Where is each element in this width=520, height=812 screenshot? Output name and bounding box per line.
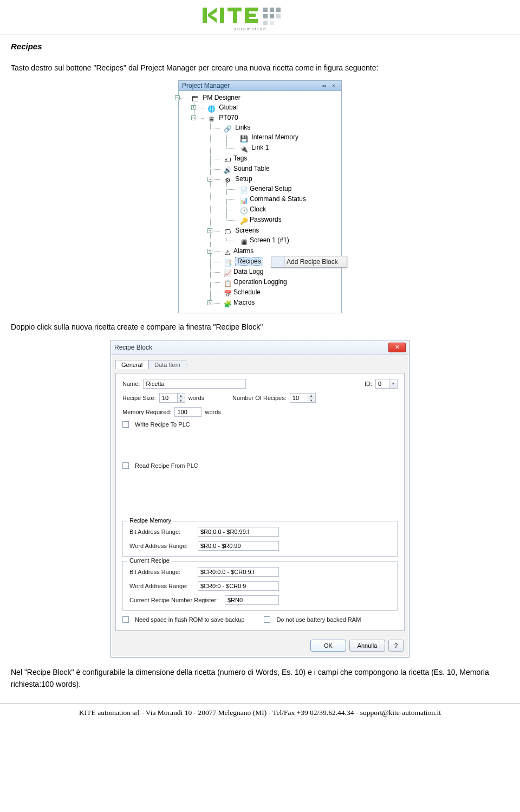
tree-item-links[interactable]: 🔗 Links 💾 Internal Memory 🔌 [216,123,339,154]
gear-icon: ⚙ [223,177,232,184]
cur-reg-input[interactable] [225,595,279,605]
num-recipes-stepper[interactable]: ▴▾ [290,393,316,403]
page-footer: KITE automation srl - Via Morandi 10 - 2… [0,708,520,717]
ok-button[interactable]: OK [310,640,346,652]
tree-item-global[interactable]: + 🌐 Global [199,103,339,113]
tree-item-schedule[interactable]: 📅Schedule [216,288,339,298]
expander-icon[interactable]: − [207,177,212,182]
tree-item-pt070[interactable]: − 🖥 PT070 🔗 Links 💾 Internal Memory [199,113,339,309]
rm-bit-input[interactable] [198,527,279,537]
tree-item-macros[interactable]: +🧩Macros [216,298,339,308]
chevron-down-icon[interactable]: ▾ [389,379,398,389]
group-title: Current Recipe [127,557,172,564]
cr-word-input[interactable] [198,581,279,591]
tab-general[interactable]: General [115,360,148,369]
expander-icon[interactable]: − [175,95,180,100]
label-read-plc: Read Recipe From PLC [135,462,198,469]
label-words-1: words [188,395,204,401]
key-icon: 🔑 [239,217,248,225]
dialog-title: Recipe Block [114,344,388,351]
tag-icon: 🏷 [223,156,232,164]
tree-item-passwords[interactable]: 🔑Passwords [232,215,339,225]
tree-item-data-log[interactable]: 📈Data Logg [216,267,339,278]
tree-item-setup[interactable]: − ⚙ Setup 📄General Setup 📊Command & Stat… [216,175,339,226]
context-menu[interactable]: Add Recipe Block [271,256,347,268]
rm-word-input[interactable] [198,541,279,551]
id-input[interactable] [375,379,389,389]
link-icon: 🔌 [239,145,248,153]
pin-icon[interactable]: ⇴ [320,82,328,89]
paragraph-1: Tasto destro sul bottone "Recipes" dal P… [11,62,509,74]
spin-down-icon[interactable]: ▾ [178,398,185,403]
recipe-size-stepper[interactable]: ▴▾ [159,393,185,403]
help-button[interactable]: ? [388,640,404,652]
section-title: Recipes [11,42,509,51]
recipe-block-dialog: Recipe Block ✕ GeneralData Item Name: ID… [110,340,410,658]
no-battery-checkbox[interactable] [264,616,270,623]
tree-item-clock[interactable]: 🕑Clock [232,205,339,215]
svg-rect-12 [263,14,268,18]
label-word-addr: Word Address Range: [129,543,194,549]
group-current-recipe: Current Recipe Bit Address Range: Word A… [122,561,398,611]
tree-root[interactable]: − 🗔 PM Designer + 🌐 Global − 🖥 PT070 [183,93,339,310]
schedule-icon: 📅 [223,290,232,298]
tree-item-internal-memory[interactable]: 💾 Internal Memory [232,133,339,143]
spin-up-icon[interactable]: ▴ [178,393,185,398]
tree-item-screen1[interactable]: ▦Screen 1 (#1) [232,236,339,246]
label-recipe-size: Recipe Size: [122,395,156,401]
label-num-recipes: Number Of Recipes: [232,395,287,401]
label-name: Name: [122,381,140,387]
label-bit-addr: Bit Address Range: [129,569,194,575]
page-icon: 📄 [239,186,248,194]
tab-bar: GeneralData Item [115,359,405,369]
dialog-footer: OK Annulla ? [111,635,409,657]
label-cur-reg: Current Recipe Number Register: [129,597,222,603]
svg-rect-10 [270,8,274,12]
globe-icon: 🌐 [207,105,216,113]
pm-title-text: Project Manager [182,82,318,89]
id-select[interactable]: ▾ [375,379,398,389]
write-plc-checkbox[interactable] [122,421,129,428]
close-icon[interactable]: × [329,82,338,89]
cancel-button[interactable]: Annulla [349,640,385,652]
spin-down-icon[interactable]: ▾ [308,398,316,403]
paragraph-3: Nel "Recipe Block" è configurabile la di… [11,666,509,691]
label-id: ID: [365,381,372,387]
label-write-plc: Write Recipe To PLC [135,421,190,428]
spin-up-icon[interactable]: ▴ [308,393,316,398]
device-icon: 🖥 [207,115,216,123]
ctx-menu-item[interactable]: Add Recipe Block [287,258,338,266]
recipe-size-input[interactable] [159,393,178,403]
tree-item-link1[interactable]: 🔌 Link 1 [232,143,339,153]
mem-required-input[interactable] [174,407,202,417]
clock-icon: 🕑 [239,207,248,215]
num-recipes-input[interactable] [290,393,308,403]
app-icon: 🗔 [191,95,199,103]
need-space-checkbox[interactable] [122,616,129,623]
tree-item-operation-logging[interactable]: 📋Operation Logging [216,278,339,288]
logo: automation [200,4,320,33]
svg-rect-0 [203,8,207,23]
name-input[interactable] [143,379,246,389]
memory-icon: 💾 [239,135,248,143]
expander-icon[interactable]: + [207,300,212,305]
close-button[interactable]: ✕ [388,343,406,352]
group-recipe-memory: Recipe Memory Bit Address Range: Word Ad… [122,521,398,557]
tree-item-general-setup[interactable]: 📄General Setup [232,184,339,195]
tree-item-command-status[interactable]: 📊Command & Status [232,195,339,205]
tree-item-recipes[interactable]: 📑 Recipes Add Recipe Block [216,257,339,267]
svg-text:automation: automation [234,26,267,31]
paragraph-2: Doppio click sulla nuova ricetta create … [11,321,509,333]
expander-icon[interactable]: − [207,228,212,233]
tree-item-tags[interactable]: 🏷Tags [216,154,339,164]
tab-data-item[interactable]: Data Item [148,360,186,369]
cr-bit-input[interactable] [198,567,279,577]
tab-panel-general: Name: ID: ▾ Recipe Size: ▴▾ words Number… [115,373,405,631]
tree-item-sound[interactable]: 🔊Sound Table [216,164,339,175]
tree-item-screens[interactable]: − 🖵 Screens ▦Screen 1 (#1) [216,226,339,247]
svg-rect-16 [270,21,274,25]
tree[interactable]: − 🗔 PM Designer + 🌐 Global − 🖥 PT070 [179,91,341,313]
pm-titlebar: Project Manager ⇴ × [179,81,341,91]
read-plc-checkbox[interactable] [122,462,129,469]
expander-icon[interactable]: − [191,115,196,120]
